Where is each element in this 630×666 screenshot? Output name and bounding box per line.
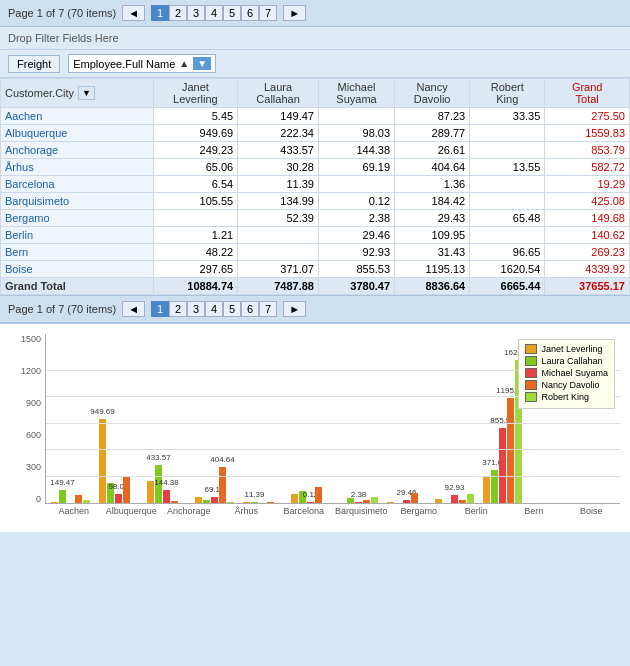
- page-button-6[interactable]: 6: [241, 5, 259, 21]
- filter-bar: Freight Employee.Full Name ▲ ▼: [0, 50, 630, 78]
- table-row: Anchorage249.23433.57144.3826.61853.79: [1, 142, 630, 159]
- col-header-grand-total: GrandTotal: [545, 79, 630, 108]
- page-button-7[interactable]: 7: [259, 5, 277, 21]
- page-button-5[interactable]: 5: [223, 5, 241, 21]
- bottom-pagination-bar: Page 1 of 7 (70 items) ◄ 1234567 ►: [0, 295, 630, 322]
- legend-item: Laura Callahan: [525, 356, 608, 366]
- page-button-4[interactable]: 4: [205, 301, 223, 317]
- page-button-1[interactable]: 1: [151, 301, 169, 317]
- freight-filter-button[interactable]: Freight: [8, 55, 60, 73]
- legend-color-swatch: [525, 356, 537, 366]
- value-cell: [238, 227, 319, 244]
- page-button-3[interactable]: 3: [187, 301, 205, 317]
- next-page-button[interactable]: ►: [283, 5, 306, 21]
- bar-group: 92.93: [435, 494, 474, 503]
- city-cell: Berlin: [1, 227, 154, 244]
- value-cell: 1559.83: [545, 125, 630, 142]
- drop-filter-zone: Drop Filter Fields Here: [0, 27, 630, 50]
- table-row: Boise297.65371.07855.531195.131620.54433…: [1, 261, 630, 278]
- city-filter-button[interactable]: ▼: [78, 86, 95, 100]
- legend-label: Laura Callahan: [541, 356, 602, 366]
- legend-color-swatch: [525, 344, 537, 354]
- value-cell: 96.65: [470, 244, 545, 261]
- city-cell: Barquisimeto: [1, 193, 154, 210]
- col-header-nancy: NancyDavolio: [395, 79, 470, 108]
- value-cell: 949.69: [153, 125, 238, 142]
- table-row: Albuquerque949.69222.3498.03289.771559.8…: [1, 125, 630, 142]
- bar: [51, 502, 58, 503]
- value-cell: 1.21: [153, 227, 238, 244]
- bar: [171, 501, 178, 503]
- bar: [371, 497, 378, 503]
- value-cell: 149.68: [545, 210, 630, 227]
- chart-y-axis: 150012009006003000: [10, 334, 45, 504]
- page-button-7[interactable]: 7: [259, 301, 277, 317]
- bottom-next-page-button[interactable]: ►: [283, 301, 306, 317]
- bar: [467, 494, 474, 503]
- bar: [75, 495, 82, 503]
- bar-value-label: 149.47: [50, 478, 74, 487]
- pivot-table: Customer.City ▼ JanetLeverling LauraCall…: [0, 78, 630, 295]
- value-cell: 222.34: [238, 125, 319, 142]
- value-cell: 1.36: [395, 176, 470, 193]
- bar: [203, 500, 210, 503]
- value-cell: 184.42: [395, 193, 470, 210]
- bar-group: 69.19404.64: [195, 467, 234, 503]
- table-row: Bergamo52.392.3829.4365.48149.68: [1, 210, 630, 227]
- page-buttons-top: 1234567: [151, 5, 277, 21]
- bar: [483, 477, 490, 503]
- bar-value-label: 949.69: [90, 407, 114, 416]
- bar: 29.46: [403, 500, 410, 503]
- value-cell: [318, 176, 394, 193]
- page-button-2[interactable]: 2: [169, 5, 187, 21]
- page-button-3[interactable]: 3: [187, 5, 205, 21]
- page-button-1[interactable]: 1: [151, 5, 169, 21]
- bar: 11.39: [251, 502, 258, 503]
- page-button-4[interactable]: 4: [205, 5, 223, 21]
- legend-label: Robert King: [541, 392, 589, 402]
- city-cell: Albuquerque: [1, 125, 154, 142]
- chart-gridline: [46, 476, 620, 477]
- bar: [411, 493, 418, 503]
- bar: [147, 481, 154, 503]
- legend-item: Michael Suyama: [525, 368, 608, 378]
- value-cell: 134.99: [238, 193, 319, 210]
- city-cell: Anchorage: [1, 142, 154, 159]
- table-row: Århus65.0630.2869.19404.6413.55582.72: [1, 159, 630, 176]
- city-cell: Aachen: [1, 108, 154, 125]
- value-cell: 6665.44: [470, 278, 545, 295]
- value-cell: 140.62: [545, 227, 630, 244]
- table-row: Grand Total10884.747487.883780.478836.64…: [1, 278, 630, 295]
- employee-filter-dropdown[interactable]: ▼: [193, 57, 211, 70]
- bar: 69.19: [211, 497, 218, 503]
- col-header-michael: MichaelSuyama: [318, 79, 394, 108]
- city-cell: Århus: [1, 159, 154, 176]
- value-cell: 65.06: [153, 159, 238, 176]
- x-axis-label: Bergamo: [390, 506, 448, 516]
- x-axis-label: Anchorage: [160, 506, 218, 516]
- value-cell: 582.72: [545, 159, 630, 176]
- value-cell: 37655.17: [545, 278, 630, 295]
- bottom-prev-page-button[interactable]: ◄: [122, 301, 145, 317]
- value-cell: 269.23: [545, 244, 630, 261]
- city-cell: Bergamo: [1, 210, 154, 227]
- bar: [291, 494, 298, 503]
- prev-page-button[interactable]: ◄: [122, 5, 145, 21]
- pagination-info: Page 1 of 7 (70 items): [8, 7, 116, 19]
- city-header-label: Customer.City: [5, 87, 74, 99]
- value-cell: 31.43: [395, 244, 470, 261]
- bar: 149.47: [59, 490, 66, 503]
- page-button-5[interactable]: 5: [223, 301, 241, 317]
- bar-group: 11.39: [243, 502, 282, 503]
- page-button-6[interactable]: 6: [241, 301, 259, 317]
- bar-value-label: 11.39: [244, 490, 264, 499]
- employee-filter: Employee.Full Name ▲ ▼: [68, 54, 216, 73]
- value-cell: 297.65: [153, 261, 238, 278]
- table-row: Berlin1.2129.46109.95140.62: [1, 227, 630, 244]
- bottom-pagination-info: Page 1 of 7 (70 items): [8, 303, 116, 315]
- value-cell: 2.38: [318, 210, 394, 227]
- value-cell: 33.35: [470, 108, 545, 125]
- x-axis-label: Berlin: [448, 506, 506, 516]
- page-button-2[interactable]: 2: [169, 301, 187, 317]
- x-axis-label: Boise: [563, 506, 621, 516]
